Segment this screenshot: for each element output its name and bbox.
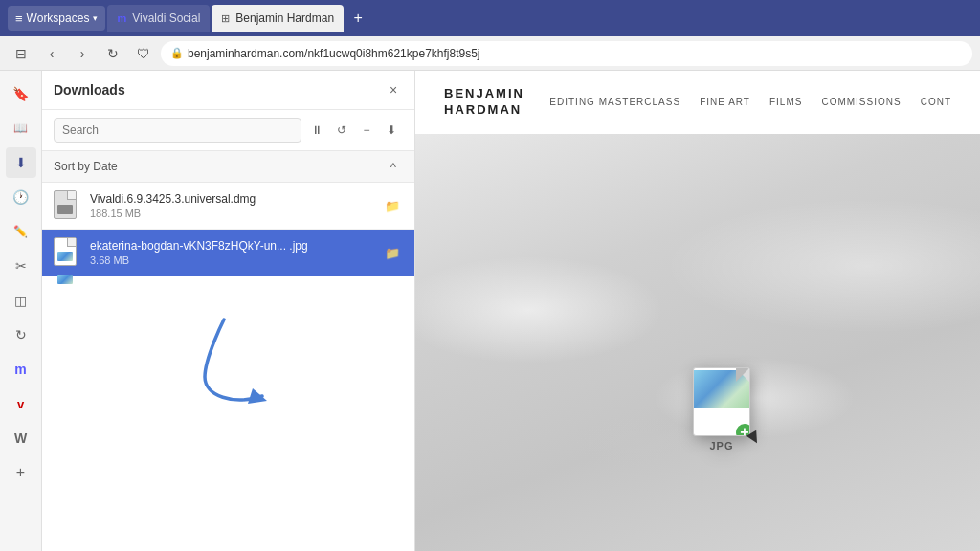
sidebar-icon-themes[interactable]: ◫ — [6, 285, 36, 316]
jpg-drag-icon: + JPG — [693, 367, 750, 452]
download-info-jpg: ekaterina-bogdan-vKN3F8zHQkY-un... .jpg … — [90, 239, 372, 266]
site-nav: EDITING MASTERCLASS FINE ART FILMS COMMI… — [549, 97, 951, 107]
sidebar-icon-notes[interactable]: ✏️ — [6, 216, 36, 247]
search-bar: ⏸ ↺ − ⬇ — [42, 110, 414, 151]
sidebar-icon-history[interactable]: 🕐 — [6, 182, 36, 212]
panel-title: Downloads — [54, 82, 125, 98]
search-actions: ⏸ ↺ − ⬇ — [305, 119, 403, 142]
grid-tab-icon: ⊞ — [221, 12, 230, 25]
download-button[interactable]: ⬇ — [380, 119, 403, 142]
download-info-dmg: Vivaldi.6.9.3425.3.universal.dmg 188.15 … — [90, 192, 372, 219]
main-content: 🔖 📖 ⬇ 🕐 ✏️ ✂ ◫ ↻ m v W + Downloads × ⏸ ↺… — [0, 71, 980, 551]
layers-icon: ≡ — [15, 11, 23, 26]
tab-benjamin-hardman[interactable]: ⊞ Benjamin Hardman — [212, 5, 344, 32]
reload-icon: ↻ — [107, 46, 119, 61]
tab-vivaldi-social[interactable]: m Vivaldi Social — [107, 5, 210, 32]
sidebar-icon-reader[interactable]: 📖 — [6, 113, 36, 143]
panel-close-button[interactable]: × — [384, 80, 403, 99]
nav-item-commissions[interactable]: COMMISSIONS — [821, 97, 901, 107]
sidebar-icon-sync[interactable]: ↻ — [6, 320, 36, 350]
sidebar-icon-add[interactable]: + — [6, 457, 36, 488]
download-name-dmg: Vivaldi.6.9.3425.3.universal.dmg — [90, 192, 372, 206]
pause-button[interactable]: ⏸ — [305, 119, 328, 142]
web-content: BENJAMIN HARDMAN EDITING MASTERCLASS FIN… — [415, 71, 980, 551]
sidebar-icon-downloads[interactable]: ⬇ — [6, 147, 36, 178]
sidebar-icon-vivaldi[interactable]: v — [6, 388, 36, 419]
browser-chrome: ≡ Workspaces ▾ m Vivaldi Social ⊞ Benjam… — [0, 0, 980, 71]
nav-item-films[interactable]: FILMS — [769, 97, 802, 107]
jpg-file-corner — [736, 368, 749, 382]
reload-button[interactable]: ↻ — [100, 40, 126, 67]
sort-label: Sort by Date — [54, 160, 118, 173]
sidebar-icon-capture[interactable]: ✂ — [6, 251, 36, 281]
site-logo: BENJAMIN HARDMAN — [444, 86, 524, 119]
open-folder-button-jpg[interactable]: 📁 — [382, 242, 403, 263]
shield-icon: 🛡 — [137, 46, 150, 61]
sidebar-icons: 🔖 📖 ⬇ 🕐 ✏️ ✂ ◫ ↻ m v W + — [0, 71, 42, 551]
history-button[interactable]: ↺ — [330, 119, 353, 142]
address-lock-icon: 🔒 — [170, 47, 184, 59]
hero-image — [415, 134, 980, 551]
sidebar-toggle-icon: ⊟ — [15, 46, 27, 61]
back-button[interactable]: ‹ — [38, 40, 65, 67]
address-bar[interactable]: 🔒 benjaminhardman.com/nkf1ucwq0i8hm621kp… — [161, 41, 972, 66]
download-item-jpg[interactable]: ekaterina-bogdan-vKN3F8zHQkY-un... .jpg … — [42, 230, 414, 276]
sidebar-icon-bookmarks[interactable]: 🔖 — [6, 78, 36, 109]
tab-bar: ≡ Workspaces ▾ m Vivaldi Social ⊞ Benjam… — [0, 0, 980, 36]
back-icon: ‹ — [50, 46, 55, 61]
panel-header: Downloads × — [42, 71, 414, 110]
dmg-file-icon — [54, 190, 80, 221]
website-header: BENJAMIN HARDMAN EDITING MASTERCLASS FIN… — [415, 71, 980, 134]
search-input[interactable] — [54, 118, 301, 143]
download-size-jpg: 3.68 MB — [90, 254, 372, 266]
nav-item-editing[interactable]: EDITING MASTERCLASS — [549, 97, 680, 107]
jpg-label: JPG — [709, 440, 733, 452]
download-item-dmg[interactable]: Vivaldi.6.9.3425.3.universal.dmg 188.15 … — [42, 183, 414, 230]
new-tab-button[interactable]: + — [345, 6, 370, 31]
nav-item-fineart[interactable]: FINE ART — [700, 97, 750, 107]
forward-button[interactable]: › — [69, 40, 96, 67]
mastodon-tab-icon: m — [117, 12, 126, 24]
workspaces-button[interactable]: ≡ Workspaces ▾ — [8, 6, 105, 31]
jpg-file-icon — [54, 237, 80, 268]
download-size-dmg: 188.15 MB — [90, 208, 372, 219]
sidebar-toggle-button[interactable]: ⊟ — [8, 40, 34, 67]
workspaces-chevron-icon: ▾ — [93, 13, 98, 23]
drag-arrow — [195, 300, 310, 419]
sort-toggle-button[interactable]: ^ — [384, 157, 403, 176]
open-folder-button-dmg[interactable]: 📁 — [382, 195, 403, 216]
nav-item-contact[interactable]: CONT — [921, 97, 951, 107]
download-name-jpg: ekaterina-bogdan-vKN3F8zHQkY-un... .jpg — [90, 239, 372, 253]
toolbar: ⊟ ‹ › ↻ 🛡 🔒 benjaminhardman.com/nkf1ucwq… — [0, 36, 980, 71]
forward-icon: › — [80, 46, 85, 61]
sort-bar: Sort by Date ^ — [42, 151, 414, 183]
shield-button[interactable]: 🛡 — [130, 40, 157, 67]
jpg-file-body: + — [693, 367, 750, 436]
minus-button[interactable]: − — [355, 119, 378, 142]
sidebar-icon-mastodon[interactable]: m — [6, 354, 36, 385]
downloads-panel: Downloads × ⏸ ↺ − ⬇ Sort by Date ^ — [42, 71, 415, 551]
sidebar-icon-wikipedia[interactable]: W — [6, 423, 36, 453]
